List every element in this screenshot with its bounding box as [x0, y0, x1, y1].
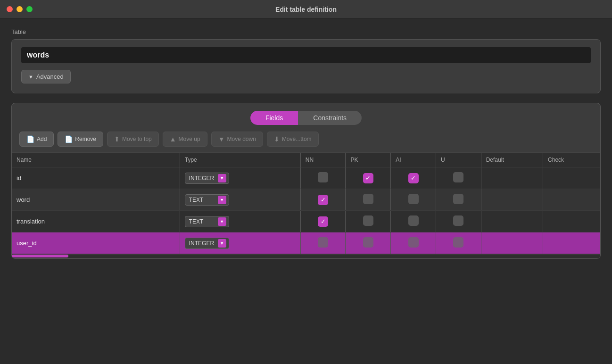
field-type[interactable]: TEXT TEXT INTEGER REAL BLOB NUMERIC ▼ — [180, 211, 300, 232]
tab-constraints[interactable]: Constraints — [298, 111, 362, 125]
remove-label: Remove — [75, 136, 96, 142]
checkbox-cell[interactable] — [436, 232, 481, 254]
checkbox-cell[interactable] — [436, 211, 481, 232]
col-header-name: Name — [12, 153, 180, 167]
scrollbar-thumb[interactable] — [12, 255, 68, 257]
checkbox-cell[interactable] — [300, 167, 346, 189]
col-header-u: U — [436, 153, 481, 167]
type-select[interactable]: INTEGER TEXT INTEGER REAL BLOB NUMERIC — [185, 238, 229, 249]
move-to-top-button[interactable]: ⬆ Move to top — [107, 132, 159, 147]
checkbox[interactable]: ✓ — [363, 173, 373, 183]
checkbox-cell[interactable] — [346, 232, 391, 254]
move-up-label: Move up — [179, 136, 200, 142]
checkbox[interactable] — [453, 194, 463, 204]
type-select-wrapper[interactable]: INTEGER TEXT INTEGER REAL BLOB NUMERIC ▼ — [185, 173, 229, 184]
table-row[interactable]: word TEXT TEXT INTEGER REAL BLOB NUMERIC… — [12, 189, 600, 211]
titlebar: Edit table definition — [0, 0, 612, 19]
close-button[interactable] — [7, 6, 13, 12]
type-select-wrapper[interactable]: TEXT TEXT INTEGER REAL BLOB NUMERIC ▼ — [185, 194, 229, 206]
add-button[interactable]: 📄 Add — [19, 132, 54, 147]
checkbox-cell[interactable]: ✓ — [300, 189, 346, 211]
type-select[interactable]: INTEGER TEXT INTEGER REAL BLOB NUMERIC — [185, 173, 229, 184]
add-icon: 📄 — [26, 135, 34, 143]
table-row[interactable]: user_id INTEGER TEXT INTEGER REAL BLOB N… — [12, 232, 600, 254]
checkbox[interactable] — [408, 194, 419, 204]
maximize-button[interactable] — [26, 6, 33, 12]
field-check — [543, 189, 600, 211]
checkbox-cell[interactable] — [436, 167, 481, 189]
window-title: Edit table definition — [275, 6, 337, 13]
scrollbar-area[interactable] — [12, 255, 600, 258]
checkbox-cell[interactable] — [391, 232, 436, 254]
move-down-label: Move down — [227, 136, 256, 142]
move-to-bottom-label: Move...ttom — [282, 136, 312, 142]
checkbox[interactable]: ✓ — [318, 195, 328, 205]
checkbox[interactable] — [363, 215, 373, 226]
table-name-input[interactable] — [21, 47, 591, 63]
field-default — [481, 167, 543, 189]
col-header-default: Default — [481, 153, 543, 167]
checkbox[interactable] — [408, 237, 419, 248]
table-row[interactable]: id INTEGER TEXT INTEGER REAL BLOB NUMERI… — [12, 167, 600, 189]
col-header-pk: PK — [346, 153, 391, 167]
type-select-wrapper[interactable]: INTEGER TEXT INTEGER REAL BLOB NUMERIC ▼ — [185, 238, 229, 249]
type-select[interactable]: TEXT TEXT INTEGER REAL BLOB NUMERIC — [185, 194, 229, 206]
col-header-nn: NN — [300, 153, 346, 167]
move-up-button[interactable]: ▲ Move up — [163, 132, 207, 147]
move-bottom-icon: ⬇ — [274, 135, 280, 143]
traffic-lights — [7, 6, 33, 12]
advanced-label: Advanced — [36, 73, 64, 80]
field-type[interactable]: INTEGER TEXT INTEGER REAL BLOB NUMERIC ▼ — [180, 167, 300, 189]
checkbox-cell[interactable]: ✓ — [391, 167, 436, 189]
checkbox-cell[interactable] — [346, 189, 391, 211]
check-icon: ✓ — [321, 218, 326, 224]
type-select[interactable]: TEXT TEXT INTEGER REAL BLOB NUMERIC — [185, 216, 229, 227]
field-check — [543, 232, 600, 254]
advanced-button[interactable]: ▼ Advanced — [21, 70, 71, 83]
move-to-bottom-button[interactable]: ⬇ Move...ttom — [267, 132, 319, 147]
checkbox[interactable]: ✓ — [408, 173, 419, 183]
checkbox-cell[interactable] — [391, 211, 436, 232]
main-content: Table ▼ Advanced Fields Constraints 📄 Ad… — [0, 19, 612, 268]
checkbox[interactable] — [453, 237, 463, 248]
checkbox[interactable] — [363, 194, 373, 204]
check-icon: ✓ — [321, 197, 326, 203]
table-row[interactable]: translation TEXT TEXT INTEGER REAL BLOB … — [12, 211, 600, 232]
checkbox[interactable] — [453, 172, 463, 182]
checkbox[interactable] — [363, 237, 373, 248]
checkbox-cell[interactable] — [436, 189, 481, 211]
field-name: translation — [12, 211, 180, 232]
type-select-wrapper[interactable]: TEXT TEXT INTEGER REAL BLOB NUMERIC ▼ — [185, 216, 229, 227]
field-name: word — [12, 189, 180, 211]
check-icon: ✓ — [411, 175, 416, 181]
field-default — [481, 211, 543, 232]
fields-table: Name Type NN PK AI U Default Check id IN… — [12, 152, 600, 254]
checkbox-cell[interactable] — [300, 232, 346, 254]
table-panel: ▼ Advanced — [11, 39, 601, 93]
field-type[interactable]: INTEGER TEXT INTEGER REAL BLOB NUMERIC ▼ — [180, 232, 300, 254]
col-header-type: Type — [180, 153, 300, 167]
remove-button[interactable]: 📄 Remove — [58, 132, 103, 147]
field-check — [543, 167, 600, 189]
field-type[interactable]: TEXT TEXT INTEGER REAL BLOB NUMERIC ▼ — [180, 189, 300, 211]
field-name: id — [12, 167, 180, 189]
tab-row: Fields Constraints — [12, 103, 600, 132]
field-default — [481, 232, 543, 254]
move-to-top-label: Move to top — [122, 136, 152, 142]
checkbox[interactable] — [453, 215, 463, 226]
remove-icon: 📄 — [65, 135, 73, 143]
move-top-icon: ⬆ — [114, 135, 120, 143]
col-header-ai: AI — [391, 153, 436, 167]
minimize-button[interactable] — [17, 6, 23, 12]
checkbox[interactable] — [318, 237, 328, 248]
checkbox[interactable] — [318, 172, 328, 182]
chevron-down-icon: ▼ — [28, 74, 33, 80]
move-down-button[interactable]: ▼ Move down — [211, 132, 263, 147]
checkbox[interactable] — [408, 215, 419, 226]
checkbox-cell[interactable]: ✓ — [346, 167, 391, 189]
checkbox-cell[interactable] — [346, 211, 391, 232]
checkbox[interactable]: ✓ — [318, 216, 328, 227]
tab-fields[interactable]: Fields — [250, 111, 298, 125]
checkbox-cell[interactable]: ✓ — [300, 211, 346, 232]
checkbox-cell[interactable] — [391, 189, 436, 211]
